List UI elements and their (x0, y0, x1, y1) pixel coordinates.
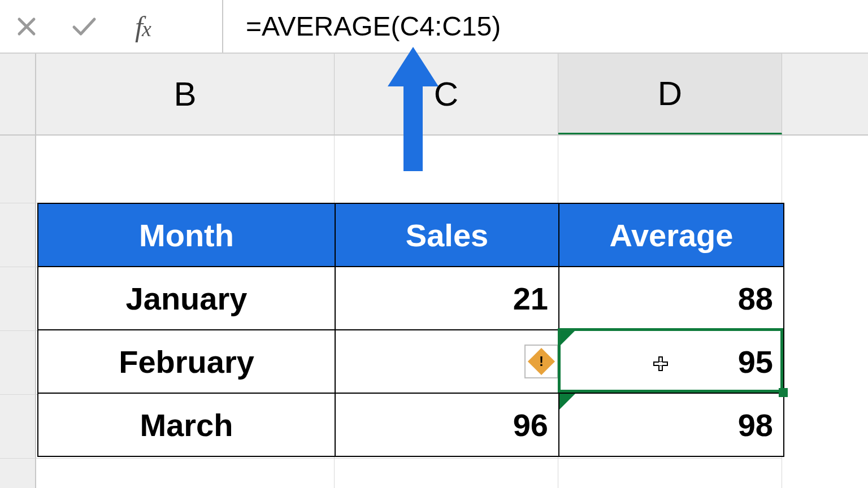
row-header[interactable] (0, 203, 36, 267)
cell-month[interactable]: February (38, 329, 336, 393)
column-headers: B C D (0, 54, 868, 136)
formula-controls: fx (0, 0, 223, 53)
cell[interactable] (335, 459, 558, 488)
cell-average[interactable]: 88 (559, 266, 783, 329)
fill-handle[interactable] (779, 388, 788, 397)
data-table: Month Sales Average January 21 88 Februa… (37, 203, 784, 457)
cell-sales[interactable]: 21 (336, 266, 559, 329)
cancel-icon[interactable] (14, 14, 39, 39)
cell-average[interactable]: 95 (559, 329, 783, 393)
grid-row (0, 459, 868, 488)
cell[interactable] (36, 459, 335, 488)
table-row: February 6 ! 95 (38, 329, 783, 393)
table-header-row: Month Sales Average (38, 204, 783, 266)
table-row: January 21 88 (38, 266, 783, 329)
cell-month[interactable]: January (38, 266, 336, 329)
row-header[interactable] (0, 136, 36, 203)
cell-value: 95 (738, 343, 773, 380)
column-header-c[interactable]: C (335, 54, 558, 134)
select-all-corner[interactable] (0, 54, 36, 134)
row-header[interactable] (0, 331, 36, 395)
cell-sales[interactable]: 96 (336, 393, 559, 456)
cell-average[interactable]: 98 (559, 393, 783, 456)
cell[interactable] (558, 459, 782, 488)
formula-input[interactable]: =AVERAGE(C4:C15) (223, 0, 868, 53)
spreadsheet-grid: B C D (0, 54, 868, 488)
cell-value: 98 (738, 407, 773, 443)
grid-row (0, 136, 868, 203)
formula-bar: fx =AVERAGE(C4:C15) (0, 0, 868, 54)
enter-icon[interactable] (72, 14, 97, 39)
svg-rect-2 (659, 362, 662, 365)
cell-month[interactable]: March (38, 393, 336, 456)
table-row: March 96 98 (38, 393, 783, 456)
column-header-d[interactable]: D (558, 54, 782, 134)
header-average[interactable]: Average (559, 204, 783, 266)
fx-icon[interactable]: fx (135, 10, 150, 43)
column-header-b[interactable]: B (36, 54, 335, 134)
row-header[interactable] (0, 267, 36, 331)
cells-grid: Month Sales Average January 21 88 Februa… (0, 136, 868, 488)
row-header[interactable] (0, 395, 36, 459)
header-month[interactable]: Month (38, 204, 336, 266)
cell[interactable] (558, 136, 782, 203)
error-triangle-icon (559, 394, 575, 409)
cell[interactable] (36, 136, 335, 203)
error-indicator-icon[interactable]: ! (524, 345, 558, 378)
row-header[interactable] (0, 459, 36, 488)
header-sales[interactable]: Sales (336, 204, 559, 266)
cell[interactable] (335, 136, 558, 203)
error-triangle-icon (559, 330, 575, 346)
cell-cursor-icon (653, 356, 669, 372)
cell-sales[interactable]: 6 ! (336, 329, 559, 393)
